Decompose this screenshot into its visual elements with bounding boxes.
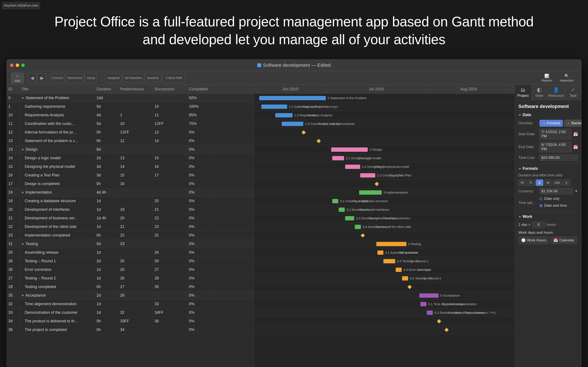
table-row[interactable]: 18 Creating a database structure 1d 20 0…: [7, 197, 254, 205]
table-row[interactable]: 27 Testing – Round 2 1d 30 28 0%: [7, 274, 254, 283]
undo-button[interactable]: ◀: [27, 73, 37, 83]
tab-project[interactable]: 🗂 Project: [515, 85, 531, 100]
gantt-bar[interactable]: [383, 259, 395, 263]
end-date-value[interactable]: 8/ 7/2019, 4:00 PM: [539, 142, 571, 152]
table-row[interactable]: 17 Design is completed 0h 16 0%: [7, 180, 254, 188]
table-row[interactable]: 33 Demonstration of the customer 1d 32 3…: [7, 309, 254, 317]
table-row[interactable]: 0 ▼ Statement of the Problem 14d 92%: [7, 94, 254, 102]
gantt-bar[interactable]: [419, 293, 439, 298]
redo-button[interactable]: ▶: [37, 73, 47, 83]
gantt-bar[interactable]: [282, 122, 303, 126]
table-row[interactable]: 25 Assembling release 1d 26 0%: [7, 248, 254, 257]
connect-button[interactable]: Connect: [50, 73, 65, 83]
inspectors-button[interactable]: 🔍 Inspectors: [556, 72, 577, 83]
chart-row: 1.3 Coordination with the customerProjec…: [254, 120, 515, 128]
chart-resource-label: Tester: [410, 259, 419, 263]
table-row[interactable]: 28 Testing completed 0h 27 35 0%: [7, 283, 254, 291]
tab-task[interactable]: ✓ Task: [565, 85, 581, 100]
disconnect-button[interactable]: Disconnect: [66, 73, 84, 83]
table-row[interactable]: 34 The product is delivered to th... 0h …: [7, 317, 254, 325]
start-date-calendar-icon[interactable]: 📅: [573, 132, 578, 136]
critical-path-button[interactable]: Critical Path: [162, 73, 186, 83]
table-row[interactable]: 13 Statement of the problem is c... 0h 1…: [7, 137, 254, 145]
gantt-bar[interactable]: [360, 173, 375, 177]
maximize-button[interactable]: [21, 64, 25, 67]
add-button[interactable]: ＋ Add: [11, 73, 24, 83]
gantt-bar[interactable]: [339, 208, 345, 212]
date-only-radio[interactable]: [539, 197, 542, 200]
table-row[interactable]: 35 ▼ Acceptance 2d 28 0%: [7, 291, 254, 300]
gantt-bar[interactable]: [345, 165, 360, 169]
gantt-bar[interactable]: [275, 113, 293, 117]
table-row[interactable]: 22 Development of the client side 1d 21 …: [7, 223, 254, 231]
work-hours-button[interactable]: 🕐 Work Hours: [518, 236, 549, 244]
table-row[interactable]: 1 Gathering requirements 5d 10 100%: [7, 102, 254, 111]
backward-button[interactable]: ← Backward: [564, 120, 581, 127]
table-row[interactable]: 12 Internal formulation of the pr... 0h …: [7, 128, 254, 137]
set-baseline-button[interactable]: Set Baseline: [122, 73, 144, 83]
table-row[interactable]: 21 Development of business ser... 1d 4h …: [7, 214, 254, 223]
cell-succ: 14: [153, 137, 187, 145]
table-row[interactable]: 32 Time alignment demonstration 1d 33 0%: [7, 300, 254, 309]
tab-view[interactable]: ◧ View: [531, 85, 548, 100]
chart-row: 5 Acceptance: [254, 291, 515, 300]
minimize-button[interactable]: [16, 64, 19, 67]
gantt-bar[interactable]: [420, 302, 426, 306]
calendar-button[interactable]: 📅 Calendar: [551, 236, 577, 244]
format-h[interactable]: h: [527, 179, 535, 186]
table-row[interactable]: 24 ▼ Implementation 4d 4h 0%: [7, 188, 254, 197]
date-time-radio[interactable]: [539, 204, 542, 207]
resource-tab-icon: 👤: [553, 87, 559, 93]
gantt-bar[interactable]: [376, 242, 406, 246]
gantt-bar[interactable]: [396, 268, 402, 272]
forward-button[interactable]: → Forward: [539, 120, 563, 127]
end-date-calendar-icon[interactable]: 📅: [573, 145, 578, 149]
gantt-bar[interactable]: [359, 190, 382, 195]
table-row[interactable]: 19 ▼ Design 8d 0%: [7, 145, 254, 154]
table-row[interactable]: 36 The project is completed 0h 34 0%: [7, 325, 254, 334]
date-only-option[interactable]: Date only: [539, 197, 567, 201]
gantt-bar[interactable]: [261, 105, 287, 109]
format-mo[interactable]: mo: [553, 179, 562, 186]
total-cost-value[interactable]: $24 060.00: [539, 155, 578, 161]
gantt-bar[interactable]: [355, 225, 361, 229]
gantt-bar[interactable]: [345, 216, 354, 220]
table-row[interactable]: 15 Designing the physical model 3d 14 16…: [7, 162, 254, 171]
gantt-bar[interactable]: [377, 250, 383, 255]
gantt-bar[interactable]: [332, 156, 344, 160]
gantt-bar[interactable]: [427, 310, 433, 315]
start-date-value[interactable]: 7/ 1/2019, 2:56 PM: [539, 129, 571, 140]
gantt-bar[interactable]: [331, 147, 368, 152]
table-row[interactable]: 26 Testing – Round 1 2d 25 30 0%: [7, 257, 254, 266]
total-cost-label: Total Cost: [518, 156, 538, 160]
format-m[interactable]: m: [518, 179, 526, 186]
table-row[interactable]: 11 Coordination with the custo... 5d 10 …: [7, 120, 254, 128]
table-row[interactable]: 14 Design a logic model 2d 13 15 0%: [7, 154, 254, 162]
date-time-option[interactable]: Date and time: [539, 203, 567, 208]
table-row[interactable]: 20 Development of interfaces 1d 18 21 0%: [7, 205, 254, 214]
tab-resource[interactable]: 👤 Resource: [548, 85, 565, 100]
cell-title: Development of interfaces: [19, 205, 95, 214]
table-row[interactable]: 31 ▼ Testing 5d 23 0%: [7, 240, 254, 248]
table-row[interactable]: 23 Implementation completed 0h 22 31 0%: [7, 231, 254, 240]
work-hours-unit-label: hours: [547, 223, 556, 227]
assigned-button[interactable]: Assigned: [105, 73, 122, 83]
format-y[interactable]: y: [563, 179, 570, 186]
format-d[interactable]: d: [536, 179, 543, 186]
gantt-bar[interactable]: [332, 199, 338, 203]
gantt-bar[interactable]: [259, 96, 326, 100]
cell-duration: 1d 4h: [95, 214, 118, 222]
currency-select[interactable]: $1 234.56: [539, 188, 573, 194]
reports-button[interactable]: 📊 Reports: [538, 72, 555, 83]
table-row[interactable]: 16 Creating a Test Plan 3d 15 17 0%: [7, 171, 254, 180]
baseline-button[interactable]: Baseline: [144, 73, 162, 83]
table-row[interactable]: 30 Error correction 1d 26 27 0%: [7, 266, 254, 274]
gantt-bar[interactable]: [402, 276, 408, 281]
work-hours-input[interactable]: [532, 222, 545, 228]
currency-dropdown-icon[interactable]: ▼: [574, 189, 578, 193]
table-row[interactable]: 10 Requirements Analysis 4d 1 11 95%: [7, 111, 254, 120]
work-hours-row: 1 day = hours: [518, 222, 578, 228]
group-button[interactable]: Group: [85, 73, 97, 83]
format-w[interactable]: w: [544, 179, 552, 186]
close-button[interactable]: [10, 64, 14, 67]
